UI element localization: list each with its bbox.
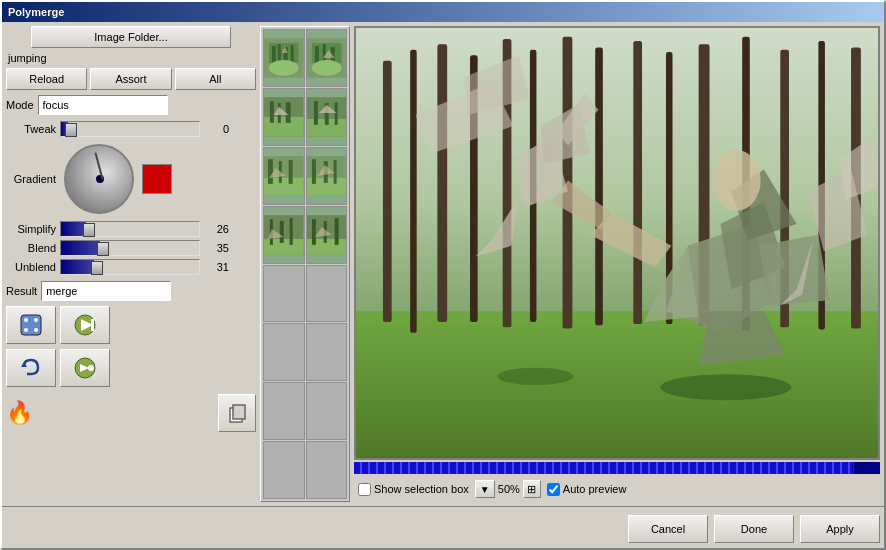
auto-preview-checkbox[interactable]	[547, 483, 560, 496]
thumbnail-item-empty[interactable]	[263, 323, 305, 381]
thumbnail-item[interactable]	[306, 88, 348, 146]
simplify-slider[interactable]	[60, 221, 200, 237]
cancel-button[interactable]: Cancel	[628, 515, 708, 543]
preview-canvas	[356, 28, 878, 458]
blend-row: Blend 35	[6, 240, 256, 256]
all-button[interactable]: All	[175, 68, 256, 90]
thumbnail-item-empty[interactable]	[306, 265, 348, 323]
filter-buttons-row: Reload Assort All	[6, 68, 256, 90]
svg-rect-0	[21, 315, 41, 335]
svg-rect-57	[290, 218, 293, 245]
zoom-dropdown-button[interactable]: ▼	[475, 480, 495, 498]
thumbnail-item[interactable]	[306, 206, 348, 264]
zoom-group: ▼ 50% ⊞	[475, 480, 541, 498]
mode-label: Mode	[6, 97, 34, 113]
thumbnail-item[interactable]	[306, 147, 348, 205]
svg-point-100	[661, 374, 792, 400]
undo-button[interactable]	[6, 349, 56, 387]
window-content: Image Folder... jumping Reload Assort Al…	[2, 22, 884, 506]
reload-button[interactable]: Reload	[6, 68, 87, 90]
left-panel: Image Folder... jumping Reload Assort Al…	[6, 26, 256, 502]
tweak-slider[interactable]	[60, 121, 200, 137]
bottom-row: 🔥	[6, 394, 256, 432]
blend-slider[interactable]	[60, 240, 200, 256]
svg-rect-19	[291, 45, 294, 63]
svg-point-3	[24, 328, 28, 332]
svg-point-2	[34, 318, 38, 322]
image-folder-button[interactable]: Image Folder...	[31, 26, 231, 48]
zoom-value: 50%	[498, 483, 520, 495]
svg-rect-51	[333, 160, 336, 184]
simplify-row: Simplify 26	[6, 221, 256, 237]
thumbnail-item-empty[interactable]	[306, 323, 348, 381]
action-buttons-row1	[6, 306, 256, 344]
thumbnail-item[interactable]	[263, 147, 305, 205]
thumbnail-item[interactable]	[263, 29, 305, 87]
result-input[interactable]: merge	[41, 281, 171, 301]
show-selection-checkbox[interactable]	[358, 483, 371, 496]
svg-point-101	[497, 368, 573, 385]
svg-rect-67	[383, 61, 392, 322]
svg-point-4	[34, 328, 38, 332]
window-title: Polymerge	[8, 6, 64, 18]
tweak-row: Tweak 0	[6, 121, 256, 137]
svg-rect-43	[268, 159, 273, 184]
footer: Cancel Done Apply	[2, 506, 884, 548]
thumbnail-item[interactable]	[263, 88, 305, 146]
control-bar: Show selection box ▼ 50% ⊞ Auto preview	[354, 476, 880, 502]
show-selection-label: Show selection box	[374, 483, 469, 495]
svg-rect-75	[633, 41, 642, 324]
svg-rect-68	[410, 50, 417, 333]
svg-rect-56	[280, 221, 284, 243]
footer-buttons: Cancel Done Apply	[628, 515, 880, 543]
result-label: Result	[6, 283, 37, 299]
svg-rect-31	[270, 101, 274, 123]
progress-bar-fill	[354, 462, 854, 474]
thumbnail-item-empty[interactable]	[263, 441, 305, 499]
assort-button[interactable]: Assort	[90, 68, 171, 90]
zoom-icon-button[interactable]: ⊞	[523, 480, 541, 498]
play-loop-button[interactable]	[60, 349, 110, 387]
thumbnail-item[interactable]	[263, 206, 305, 264]
svg-point-28	[311, 60, 341, 76]
thumbnail-item-empty[interactable]	[306, 382, 348, 440]
tweak-label: Tweak	[6, 123, 56, 135]
simplify-value: 26	[204, 223, 229, 235]
svg-point-90	[713, 150, 761, 211]
svg-rect-63	[334, 218, 338, 245]
gradient-section: Gradient	[6, 144, 256, 214]
svg-rect-37	[313, 101, 317, 125]
blend-value: 35	[204, 242, 229, 254]
copy-button[interactable]	[218, 394, 256, 432]
svg-rect-13	[233, 405, 245, 419]
action-buttons-row2	[6, 349, 256, 387]
svg-rect-66	[356, 311, 878, 458]
thumbnail-item-empty[interactable]	[263, 382, 305, 440]
play-forward-button[interactable]	[60, 306, 110, 344]
progress-bar-container	[354, 462, 880, 474]
gradient-dial[interactable]	[64, 144, 134, 214]
apply-button[interactable]: Apply	[800, 515, 880, 543]
thumbnail-item-empty[interactable]	[306, 441, 348, 499]
unblend-slider[interactable]	[60, 259, 200, 275]
thumbnail-item[interactable]	[306, 29, 348, 87]
svg-point-1	[24, 318, 28, 322]
done-button[interactable]: Done	[714, 515, 794, 543]
main-window: Polymerge Image Folder... jumping Reload…	[0, 0, 886, 550]
thumbnail-item-empty[interactable]	[263, 265, 305, 323]
preview-area	[354, 26, 880, 460]
dice-button[interactable]	[6, 306, 56, 344]
svg-rect-61	[311, 219, 315, 245]
svg-point-20	[269, 60, 299, 76]
svg-rect-45	[289, 160, 293, 184]
color-swatch[interactable]	[142, 164, 172, 194]
result-row: Result merge	[6, 281, 256, 301]
unblend-value: 31	[204, 261, 229, 273]
gradient-label: Gradient	[6, 173, 56, 185]
auto-preview-group: Auto preview	[547, 483, 627, 496]
svg-rect-39	[334, 102, 337, 125]
svg-rect-24	[314, 46, 318, 64]
mode-input[interactable]: focus	[38, 95, 168, 115]
svg-rect-16	[272, 46, 276, 64]
thumbnail-panel	[260, 26, 350, 502]
